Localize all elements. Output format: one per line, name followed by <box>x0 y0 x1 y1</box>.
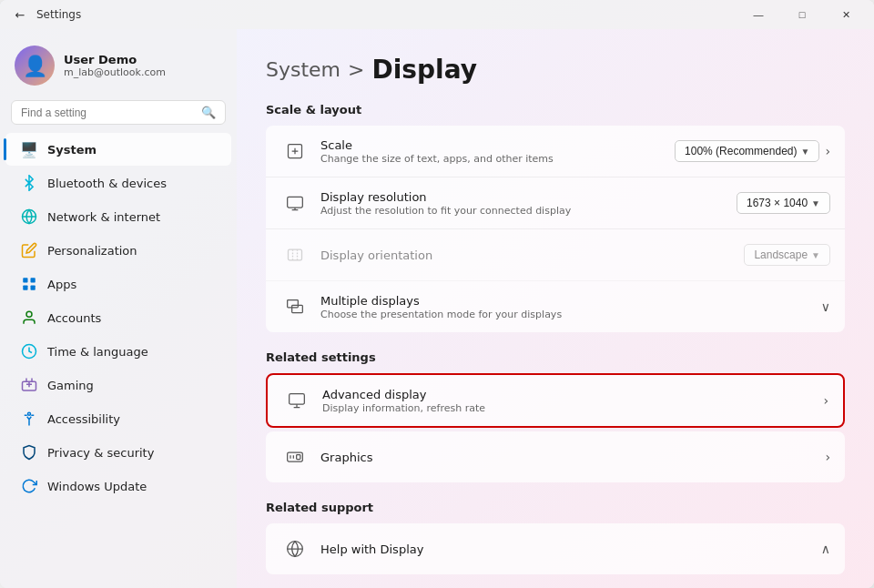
sidebar-item-accessibility[interactable]: Accessibility <box>5 402 231 435</box>
nav-list: 🖥️ System Bluetooth & devices <box>0 132 237 503</box>
settings-window: ← Settings — □ ✕ 👤 User Demo m_lab@outlo… <box>0 0 874 588</box>
graphics-control: › <box>825 450 830 464</box>
sidebar-item-time[interactable]: Time & language <box>5 335 231 368</box>
sidebar-item-label: Accounts <box>47 311 101 325</box>
resolution-label: Display resolution <box>320 190 737 204</box>
advanced-display-row[interactable]: Advanced display Display information, re… <box>268 375 843 426</box>
resolution-row[interactable]: Display resolution Adjust the resolution… <box>266 177 845 229</box>
svg-rect-15 <box>288 300 299 308</box>
graphics-card: Graphics › <box>266 431 845 482</box>
title-bar: ← Settings — □ ✕ <box>0 0 874 29</box>
orientation-text: Display orientation <box>320 248 744 262</box>
graphics-row[interactable]: Graphics › <box>266 431 845 482</box>
scale-icon <box>280 137 310 166</box>
advanced-display-card: Advanced display Display information, re… <box>266 373 845 428</box>
user-info: User Demo m_lab@outlook.com <box>64 53 166 78</box>
orientation-row: Display orientation Landscape ▼ <box>266 229 845 281</box>
svg-rect-16 <box>292 305 303 312</box>
sidebar-item-label: Windows Update <box>47 480 147 493</box>
scale-label: Scale <box>320 138 675 152</box>
advanced-display-label: Advanced display <box>322 388 823 401</box>
sidebar-item-label: Network & internet <box>47 210 160 224</box>
accounts-icon <box>20 309 38 327</box>
resolution-desc: Adjust the resolution to fit your connec… <box>320 205 737 217</box>
sidebar-item-label: System <box>47 143 97 157</box>
time-icon <box>20 342 38 360</box>
help-display-icon <box>280 534 310 563</box>
breadcrumb-current: Display <box>371 55 476 85</box>
graphics-text: Graphics <box>320 451 825 464</box>
help-display-row[interactable]: Help with Display ∧ <box>266 523 845 574</box>
back-button[interactable]: ← <box>11 5 29 24</box>
main-layout: 👤 User Demo m_lab@outlook.com 🔍 🖥️ Syste… <box>0 29 874 588</box>
related-settings-title: Related settings <box>266 350 845 364</box>
breadcrumb: System > Display <box>266 55 845 85</box>
chevron-up-icon: ∧ <box>821 542 830 556</box>
avatar: 👤 <box>15 46 55 86</box>
help-display-control: ∧ <box>821 542 830 556</box>
privacy-icon <box>20 443 38 461</box>
search-input[interactable] <box>21 106 196 119</box>
scale-row[interactable]: Scale Change the size of text, apps, and… <box>266 126 845 177</box>
svg-rect-23 <box>297 455 300 460</box>
title-bar-left: ← Settings <box>11 5 81 24</box>
scale-dropdown[interactable]: 100% (Recommended) ▼ <box>675 140 819 162</box>
sidebar-item-system[interactable]: 🖥️ System <box>5 133 231 166</box>
svg-rect-17 <box>290 394 305 405</box>
sidebar-item-update[interactable]: Windows Update <box>5 470 231 502</box>
sidebar-item-label: Apps <box>47 278 76 291</box>
window-title: Settings <box>36 8 81 21</box>
svg-point-6 <box>26 311 32 317</box>
orientation-value: Landscape <box>754 248 808 261</box>
search-box[interactable]: 🔍 <box>11 100 226 125</box>
advanced-display-desc: Display information, refresh rate <box>322 402 823 414</box>
svg-rect-11 <box>288 197 303 208</box>
sidebar-item-personalization[interactable]: Personalization <box>5 234 231 267</box>
scale-layout-title: Scale & layout <box>266 103 845 117</box>
help-display-text: Help with Display <box>320 542 821 556</box>
orientation-dropdown: Landscape ▼ <box>744 244 830 266</box>
accessibility-icon <box>20 410 38 428</box>
graphics-label: Graphics <box>320 451 825 464</box>
multiple-displays-control: ∨ <box>821 299 830 314</box>
breadcrumb-parent[interactable]: System <box>266 58 340 81</box>
resolution-text: Display resolution Adjust the resolution… <box>320 190 737 217</box>
sidebar-item-privacy[interactable]: Privacy & security <box>5 436 231 469</box>
scale-desc: Change the size of text, apps, and other… <box>320 153 675 165</box>
sidebar-item-apps[interactable]: Apps <box>5 268 231 300</box>
scale-value: 100% (Recommended) <box>685 145 797 157</box>
multiple-displays-label: Multiple displays <box>320 294 821 308</box>
update-icon <box>20 477 38 495</box>
chevron-down-icon: ▼ <box>811 250 820 260</box>
system-icon: 🖥️ <box>20 140 38 158</box>
help-display-label: Help with Display <box>320 542 821 556</box>
related-support-card: Help with Display ∧ <box>266 523 845 574</box>
advanced-display-text: Advanced display Display information, re… <box>322 388 823 414</box>
breadcrumb-separator: > <box>348 58 364 81</box>
sidebar-item-accounts[interactable]: Accounts <box>5 301 231 334</box>
resolution-dropdown[interactable]: 1673 × 1040 ▼ <box>737 192 830 214</box>
resolution-control: 1673 × 1040 ▼ <box>737 192 830 214</box>
sidebar-item-gaming[interactable]: Gaming <box>5 369 231 401</box>
sidebar-item-label: Accessibility <box>47 412 120 426</box>
minimize-button[interactable]: — <box>737 0 779 29</box>
sidebar-item-label: Gaming <box>47 379 94 392</box>
sidebar-item-label: Bluetooth & devices <box>47 177 167 190</box>
chevron-down-icon: ∨ <box>821 299 830 314</box>
content-area: System > Display Scale & layout Scal <box>237 29 874 588</box>
sidebar-item-bluetooth[interactable]: Bluetooth & devices <box>5 167 231 199</box>
svg-rect-2 <box>23 278 27 282</box>
user-name: User Demo <box>64 53 166 66</box>
sidebar: 👤 User Demo m_lab@outlook.com 🔍 🖥️ Syste… <box>0 29 237 588</box>
sidebar-item-network[interactable]: Network & internet <box>5 200 231 233</box>
orientation-label: Display orientation <box>320 248 744 262</box>
chevron-down-icon: ▼ <box>811 198 820 208</box>
resolution-icon <box>280 188 310 218</box>
close-button[interactable]: ✕ <box>825 0 867 29</box>
chevron-down-icon: ▼ <box>800 147 809 157</box>
orientation-icon <box>280 240 310 269</box>
multiple-displays-row[interactable]: Multiple displays Choose the presentatio… <box>266 281 845 332</box>
svg-rect-5 <box>23 286 27 290</box>
resolution-value: 1673 × 1040 <box>747 197 808 209</box>
maximize-button[interactable]: □ <box>781 0 823 29</box>
